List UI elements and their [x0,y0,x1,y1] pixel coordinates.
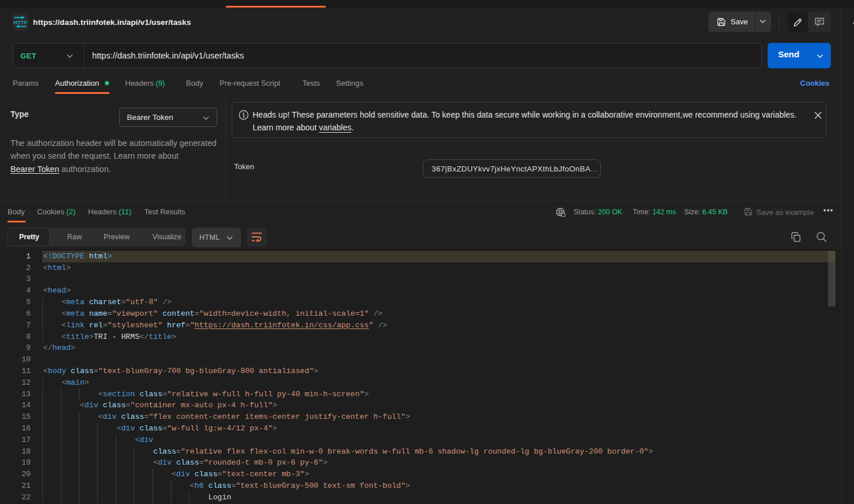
svg-text:HTTP: HTTP [14,20,27,25]
